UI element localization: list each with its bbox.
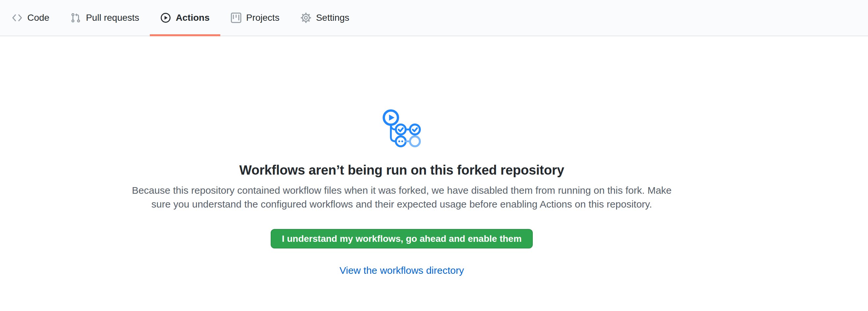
tab-label: Settings bbox=[316, 12, 349, 23]
tab-pull-requests[interactable]: Pull requests bbox=[60, 0, 150, 36]
tab-settings[interactable]: Settings bbox=[290, 0, 360, 36]
repo-tab-nav: Code Pull requests Actions bbox=[0, 0, 868, 36]
page-title: Workflows aren’t being run on this forke… bbox=[0, 163, 803, 178]
link-row: View the workflows directory bbox=[0, 265, 803, 276]
tab-label: Actions bbox=[176, 12, 210, 23]
blankslate: Workflows aren’t being run on this forke… bbox=[0, 110, 803, 276]
enable-workflows-button[interactable]: I understand my workflows, go ahead and … bbox=[271, 229, 533, 248]
description-line: sure you understand the configured workf… bbox=[0, 197, 803, 211]
tab-label: Code bbox=[27, 12, 50, 23]
main-content: Workflows aren’t being run on this forke… bbox=[0, 110, 868, 276]
description-line: Because this repository contained workfl… bbox=[0, 184, 803, 197]
workflow-graph-icon bbox=[383, 110, 421, 148]
gear-icon bbox=[301, 12, 311, 23]
description: Because this repository contained workfl… bbox=[0, 184, 803, 211]
play-icon bbox=[160, 12, 171, 23]
tab-code[interactable]: Code bbox=[1, 0, 60, 36]
tab-actions[interactable]: Actions bbox=[150, 0, 220, 36]
git-pull-request-icon bbox=[70, 12, 81, 23]
code-icon bbox=[12, 12, 22, 23]
view-workflows-directory-link[interactable]: View the workflows directory bbox=[340, 265, 464, 276]
project-icon bbox=[231, 12, 241, 23]
tab-label: Pull requests bbox=[86, 12, 139, 23]
tab-label: Projects bbox=[246, 12, 280, 23]
tab-projects[interactable]: Projects bbox=[220, 0, 290, 36]
